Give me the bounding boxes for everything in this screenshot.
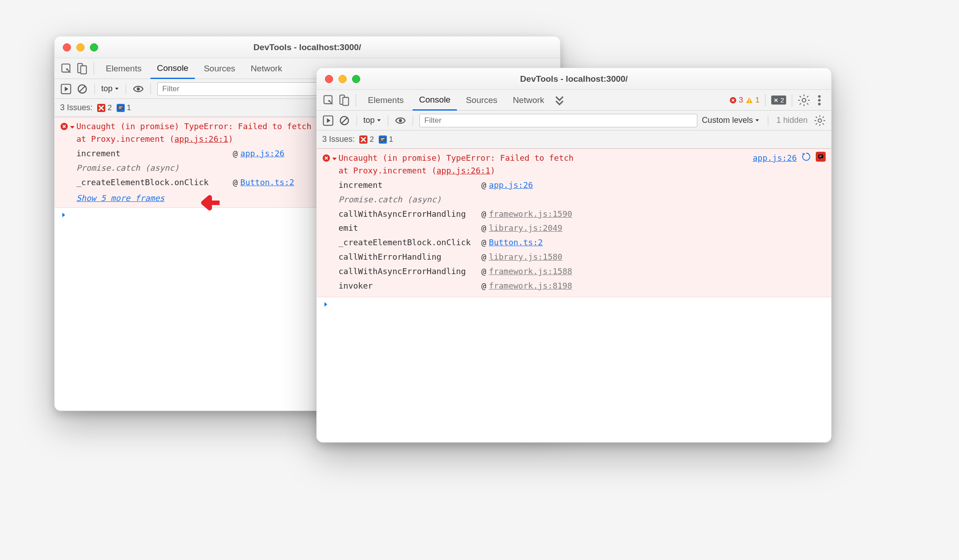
error-count: 3 xyxy=(739,96,743,105)
clear-console-icon[interactable] xyxy=(76,83,88,95)
stack-source-link[interactable]: Button.ts:2 xyxy=(489,236,543,249)
stack-frame: callWithAsyncErrorHandling@framework.js:… xyxy=(338,207,831,221)
tab-sources[interactable]: Sources xyxy=(197,59,242,78)
play-icon[interactable] xyxy=(322,115,334,126)
issues-error-count: 2 xyxy=(370,135,374,144)
stack-at: @ xyxy=(230,176,240,189)
stack-fn: callWithErrorHandling xyxy=(338,251,479,263)
tabstrip-status: 3 1 2 xyxy=(729,94,826,107)
error-message-text: Uncaught (in promise) TypeError: Failed … xyxy=(338,152,574,177)
issues-label: 3 Issues: xyxy=(60,103,93,112)
error-source-link[interactable]: app.js:26 xyxy=(752,152,797,164)
titlebar: DevTools - localhost:3000/ xyxy=(317,68,831,90)
context-select-label: top xyxy=(363,116,375,125)
separator xyxy=(356,94,356,107)
issues-errors-badge[interactable]: 2 xyxy=(359,135,374,144)
message-count-badge[interactable]: 2 xyxy=(771,95,786,105)
console-settings-icon[interactable] xyxy=(814,115,826,126)
stack-source-link[interactable]: framework.js:8198 xyxy=(489,280,572,292)
issues-errors-badge[interactable]: 2 xyxy=(97,103,112,112)
issues-messages-badge[interactable]: 1 xyxy=(379,135,393,144)
device-toggle-icon[interactable] xyxy=(338,94,350,107)
log-levels-select[interactable]: Custom levels xyxy=(702,116,760,125)
stack-frame: emit@library.js:2049 xyxy=(338,221,831,235)
tab-console[interactable]: Console xyxy=(150,59,195,79)
tab-network[interactable]: Network xyxy=(244,59,289,78)
issues-bar: 3 Issues: 2 1 xyxy=(317,131,831,149)
stack-at: @ xyxy=(479,280,489,292)
separator xyxy=(126,84,126,94)
separator xyxy=(150,84,151,94)
stack-source-link[interactable]: library.js:1580 xyxy=(489,251,563,263)
stack-at: @ xyxy=(479,179,489,191)
context-select[interactable]: top xyxy=(363,116,381,125)
collapse-caret-icon[interactable] xyxy=(331,153,338,166)
filter-input[interactable] xyxy=(419,114,697,127)
clear-console-icon[interactable] xyxy=(338,115,350,126)
tab-console[interactable]: Console xyxy=(413,90,457,111)
inspect-icon[interactable] xyxy=(60,62,73,75)
error-source-inline-link[interactable]: app.js:26:1 xyxy=(174,134,228,144)
stack-fn: callWithAsyncErrorHandling xyxy=(338,265,479,278)
window-title: DevTools - localhost:3000/ xyxy=(55,42,560,52)
separator xyxy=(768,115,768,126)
error-message-text: Uncaught (in promise) TypeError: Failed … xyxy=(76,120,311,145)
error-right-controls: app.js:26 xyxy=(752,152,826,164)
context-select[interactable]: top xyxy=(101,84,119,93)
stack-at: @ xyxy=(479,265,489,278)
tab-network[interactable]: Network xyxy=(507,91,551,110)
inspect-icon[interactable] xyxy=(322,94,335,107)
reload-icon[interactable] xyxy=(801,152,811,162)
play-icon[interactable] xyxy=(60,83,72,95)
error-header: Uncaught (in promise) TypeError: Failed … xyxy=(317,149,831,177)
stack-frame: callWithAsyncErrorHandling@framework.js:… xyxy=(338,264,831,279)
stack-fn: emit xyxy=(338,222,479,234)
collapse-caret-icon[interactable] xyxy=(69,121,75,134)
separator xyxy=(94,62,94,75)
stack-at: @ xyxy=(479,208,489,220)
stack-source-link[interactable]: app.js:26 xyxy=(240,147,285,160)
stack-fn: _createElementBlock.onClick xyxy=(76,176,230,189)
settings-icon[interactable] xyxy=(798,94,810,107)
tab-elements[interactable]: Elements xyxy=(99,59,148,78)
console-content: Uncaught (in promise) TypeError: Failed … xyxy=(317,149,831,442)
stack-source-link[interactable]: library.js:2049 xyxy=(489,222,563,234)
separator xyxy=(792,94,792,107)
live-expression-icon[interactable] xyxy=(132,83,144,95)
issues-error-count: 2 xyxy=(108,103,112,112)
stack-source-link[interactable]: Button.ts:2 xyxy=(240,176,294,189)
stack-source-link[interactable]: app.js:26 xyxy=(489,179,533,191)
console-toolbar: top Custom levels 1 hidden xyxy=(317,111,831,131)
devtools-window-expanded: DevTools - localhost:3000/ Elements Cons… xyxy=(316,68,832,443)
error-feedback-icon[interactable] xyxy=(816,152,826,162)
warning-count: 1 xyxy=(755,96,759,105)
tab-sources[interactable]: Sources xyxy=(460,91,504,110)
live-expression-icon[interactable] xyxy=(395,115,406,126)
stack-source-link[interactable]: framework.js:1588 xyxy=(489,265,572,278)
hidden-count[interactable]: 1 hidden xyxy=(776,116,808,125)
stack-fn: increment xyxy=(338,179,479,191)
device-toggle-icon[interactable] xyxy=(75,62,88,75)
error-message-block: Uncaught (in promise) TypeError: Failed … xyxy=(317,149,831,297)
stack-async-divider: Promise.catch (async) xyxy=(338,192,831,207)
issues-messages-badge[interactable]: 1 xyxy=(117,103,131,112)
stack-frame: _createElementBlock.onClick@Button.ts:2 xyxy=(338,235,831,250)
show-more-frames-link[interactable]: Show 5 more frames xyxy=(55,190,165,205)
stack-at: @ xyxy=(479,251,489,263)
console-prompt[interactable] xyxy=(317,297,831,311)
stack-frame: increment@app.js:26 xyxy=(338,178,831,192)
separator xyxy=(765,94,766,107)
stack-fn: invoker xyxy=(338,280,479,292)
levels-label: Custom levels xyxy=(702,116,753,125)
warning-count-badge[interactable]: 1 xyxy=(746,96,759,105)
stack-frame: callWithErrorHandling@library.js:1580 xyxy=(338,250,831,264)
tab-elements[interactable]: Elements xyxy=(362,91,410,110)
error-count-badge[interactable]: 3 xyxy=(729,96,743,105)
error-source-inline-link[interactable]: app.js:26:1 xyxy=(437,166,490,175)
more-tabs-icon[interactable] xyxy=(553,94,566,107)
more-menu-icon[interactable] xyxy=(813,94,826,107)
stack-fn: _createElementBlock.onClick xyxy=(338,236,479,249)
stack-source-link[interactable]: framework.js:1590 xyxy=(489,208,572,220)
separator xyxy=(357,115,357,126)
stack-fn: increment xyxy=(76,147,230,160)
